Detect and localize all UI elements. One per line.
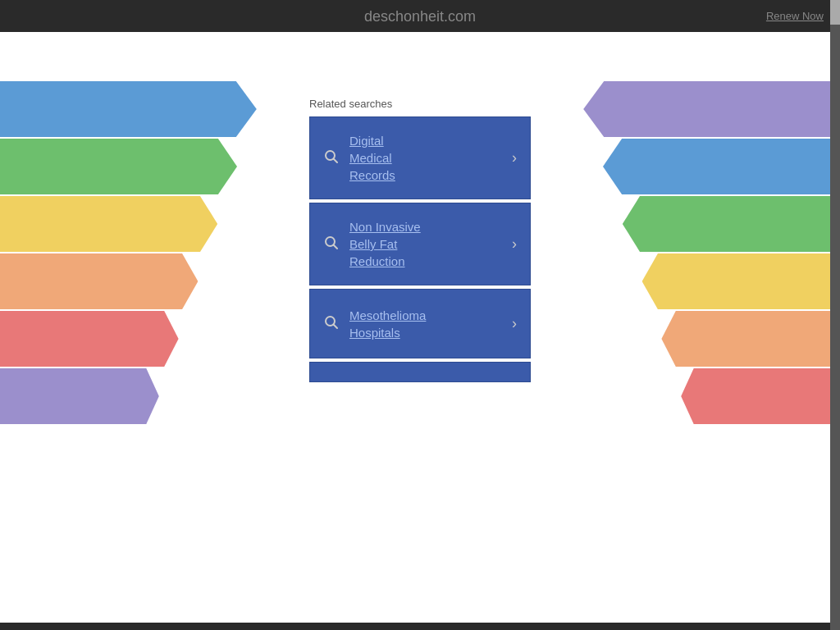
search-card-text-1: DigitalMedicalRecords — [349, 132, 395, 184]
ribbons-right — [561, 81, 840, 532]
search-card-partial[interactable] — [309, 362, 531, 382]
search-area: Related searches DigitalMedicalRecords › — [309, 98, 531, 386]
chevron-right-icon-3: › — [512, 315, 517, 332]
svg-line-3 — [334, 244, 338, 249]
search-card-text-3: MesotheliomaHospitals — [349, 307, 426, 341]
search-icon-3 — [323, 314, 340, 334]
main-content: Related searches DigitalMedicalRecords › — [0, 32, 840, 623]
site-title: deschonheit.com — [364, 8, 476, 25]
search-card-digital-medical-records[interactable]: DigitalMedicalRecords › — [309, 116, 531, 199]
scrollbar-track — [830, 0, 840, 630]
svg-line-5 — [334, 324, 338, 328]
scrollbar-thumb[interactable] — [830, 0, 840, 25]
search-icon-1 — [323, 148, 340, 168]
search-icon-2 — [323, 235, 340, 254]
top-bar: deschonheit.com Renew Now — [0, 0, 840, 32]
search-card-left-3: MesotheliomaHospitals — [323, 307, 426, 341]
related-searches-label: Related searches — [309, 98, 531, 110]
chevron-right-icon-2: › — [512, 235, 517, 253]
search-card-text-2: Non InvasiveBelly FatReduction — [349, 218, 421, 270]
ribbons-left — [0, 81, 279, 532]
svg-line-1 — [334, 158, 338, 162]
search-card-mesothelioma-hospitals[interactable]: MesotheliomaHospitals › — [309, 289, 531, 358]
search-card-belly-fat-reduction[interactable]: Non InvasiveBelly FatReduction › — [309, 203, 531, 285]
chevron-right-icon-1: › — [512, 149, 517, 167]
search-card-left-2: Non InvasiveBelly FatReduction — [323, 218, 421, 270]
search-card-left-1: DigitalMedicalRecords — [323, 132, 395, 184]
renew-now-link[interactable]: Renew Now — [766, 10, 824, 22]
